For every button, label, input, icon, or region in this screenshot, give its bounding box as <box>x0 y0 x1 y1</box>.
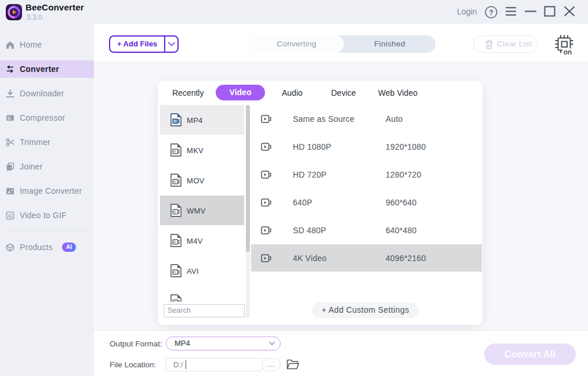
svg-text:?: ? <box>489 8 493 16</box>
svg-text:G: G <box>8 212 12 218</box>
svg-text:on: on <box>564 48 572 56</box>
